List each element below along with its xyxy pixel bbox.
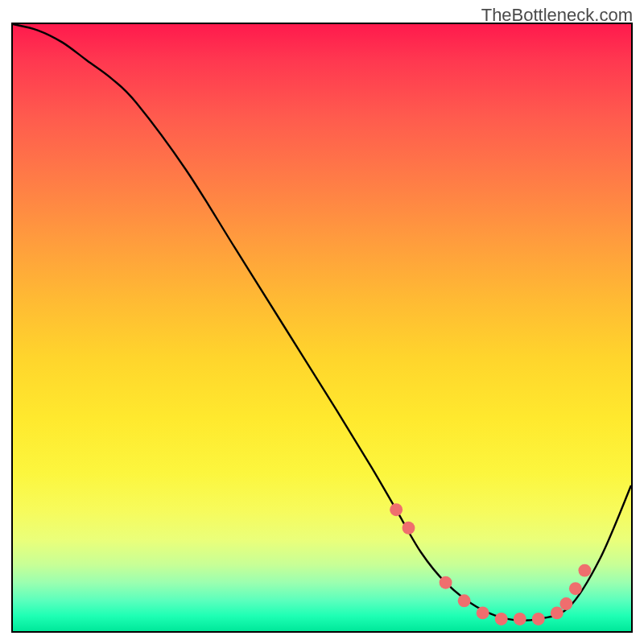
marker-dot [578, 564, 591, 577]
marker-dot [477, 606, 489, 619]
marker-dots [390, 503, 591, 625]
marker-dot [551, 606, 564, 619]
marker-dot [559, 597, 572, 610]
marker-dot [440, 576, 452, 589]
marker-dot [458, 594, 471, 607]
marker-dot [514, 613, 526, 625]
marker-dot [569, 582, 582, 595]
marker-dot [390, 503, 402, 516]
chart-area [11, 23, 633, 633]
marker-dot [532, 613, 545, 625]
watermark-text: TheBottleneck.com [481, 5, 633, 26]
marker-dot [402, 522, 415, 535]
chart-svg [13, 24, 631, 631]
bottleneck-curve [13, 24, 631, 621]
marker-dot [495, 613, 508, 625]
